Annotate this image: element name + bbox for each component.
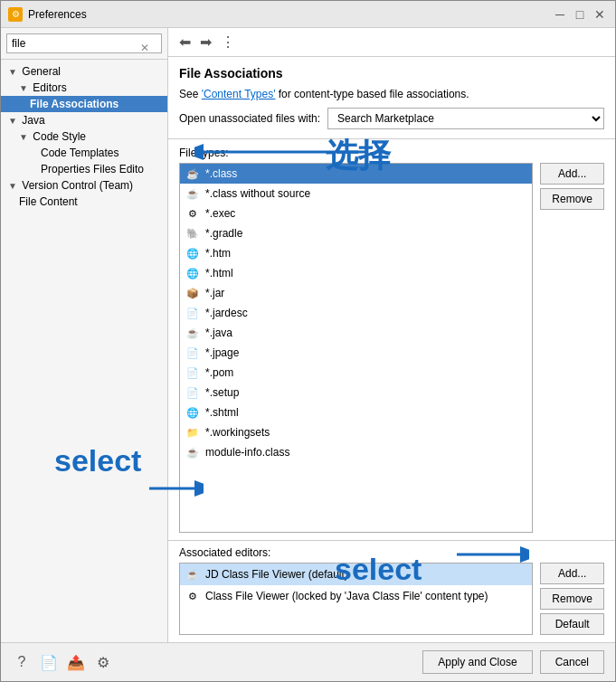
file-list-item[interactable]: 🌐 *.shtml [180, 403, 532, 422]
export-icon[interactable]: 📤 [66, 652, 86, 672]
back-button[interactable]: ⬅ [175, 32, 194, 52]
restore-defaults-icon[interactable]: 📄 [39, 652, 59, 672]
file-list-item[interactable]: 📁 *.workingsets [180, 422, 532, 442]
editor-name: JD Class File Viewer (default) [205, 568, 348, 581]
tree-item-file-associations[interactable]: File Associations [1, 96, 167, 112]
file-type-name: *.jar [205, 287, 224, 299]
file-list-item[interactable]: 📄 *.pom [180, 363, 532, 383]
default-editor-button[interactable]: Default [540, 613, 604, 635]
search-bar: ✕ [1, 28, 167, 60]
file-list-item[interactable]: 📄 *.setup [180, 383, 532, 403]
expand-icon: ▼ [19, 132, 30, 142]
file-type-icon: 📁 [185, 425, 200, 440]
file-type-name: *.jpage [205, 346, 239, 359]
description-text: See 'Content Types' for content-type bas… [179, 88, 604, 100]
right-header: File Associations See 'Content Types' fo… [168, 57, 615, 139]
associated-editor-buttons: Add... Remove Default [540, 563, 604, 635]
file-type-name: *.gradle [205, 227, 242, 240]
description-post: for content-type based file associations… [275, 88, 469, 100]
file-types-area: ☕ *.class ☕ *.class without source ⚙ *.e… [179, 163, 604, 533]
left-panel: ✕ ▼ General ▼ Editors File Associations … [1, 28, 168, 642]
settings-icon[interactable]: ⚙ [93, 652, 113, 672]
file-type-icon: 📄 [185, 385, 200, 400]
app-icon: ⚙ [8, 7, 23, 22]
file-type-name: *.shtml [205, 406, 239, 419]
right-panel: ⬅ ➡ ⋮ File Associations See 'Content Typ… [168, 28, 615, 642]
expand-icon: ▼ [19, 83, 30, 93]
file-type-icon: 🐘 [185, 226, 200, 241]
associated-editors-list: ☕ JD Class File Viewer (default) ⚙ Class… [179, 563, 533, 635]
file-list-item[interactable]: ☕ *.class [180, 164, 532, 184]
menu-button[interactable]: ⋮ [217, 32, 239, 52]
apply-close-button[interactable]: Apply and Close [422, 650, 532, 674]
clear-search-icon[interactable]: ✕ [140, 42, 149, 54]
tree-item-version-control[interactable]: ▼ Version Control (Team) [1, 177, 167, 194]
open-with-select[interactable]: Search Marketplace [327, 108, 604, 129]
search-input[interactable] [6, 33, 162, 53]
file-type-name: *.java [205, 327, 232, 339]
file-type-name: *.jardesc [205, 307, 248, 319]
associated-section: Associated editors: ☕ JD Class File View… [168, 540, 615, 642]
file-list-item[interactable]: ☕ module-info.class [180, 442, 532, 462]
file-list-item[interactable]: 🐘 *.gradle [180, 223, 532, 243]
tree-nav: ▼ General ▼ Editors File Associations ▼ … [1, 60, 167, 642]
open-with-row: Open unassociated files with: Search Mar… [179, 108, 604, 129]
file-type-icon: 📦 [185, 286, 200, 300]
file-types-label: File types: [179, 147, 604, 159]
close-button[interactable]: ✕ [592, 6, 608, 23]
search-wrapper: ✕ [6, 33, 162, 53]
file-list-item[interactable]: 📄 *.jardesc [180, 303, 532, 323]
expand-icon: ▼ [8, 116, 19, 126]
associated-label: Associated editors: [179, 541, 604, 563]
file-list-item[interactable]: 🌐 *.html [180, 263, 532, 283]
file-list-item[interactable]: 🌐 *.htm [180, 243, 532, 263]
file-type-icon: 🌐 [185, 246, 200, 260]
file-list-item[interactable]: ☕ *.class without source [180, 184, 532, 204]
file-type-name: *.htm [205, 247, 231, 260]
editor-name: Class File Viewer (locked by 'Java Class… [205, 590, 488, 602]
file-type-icon: ☕ [185, 186, 200, 201]
bottom-left-icons: ? 📄 📤 ⚙ [12, 652, 415, 672]
file-type-icon: ☕ [185, 326, 200, 340]
tree-item-java[interactable]: ▼ Java [1, 112, 167, 128]
file-type-icon: ⚙ [185, 206, 200, 221]
editor-icon: ⚙ [185, 589, 200, 603]
tree-item-code-templates[interactable]: Code Templates [1, 145, 167, 161]
associated-editor-item[interactable]: ⚙ Class File Viewer (locked by 'Java Cla… [180, 585, 532, 607]
add-file-type-button[interactable]: Add... [540, 163, 604, 185]
tree-item-properties-files[interactable]: Properties Files Edito [1, 161, 167, 177]
file-type-name: *.workingsets [205, 426, 270, 439]
file-type-name: *.exec [205, 207, 235, 220]
file-type-buttons: Add... Remove [540, 163, 604, 533]
forward-button[interactable]: ➡ [196, 32, 215, 52]
file-list: ☕ *.class ☕ *.class without source ⚙ *.e… [179, 163, 533, 533]
tree-item-general[interactable]: ▼ General [1, 63, 167, 80]
remove-file-type-button[interactable]: Remove [540, 188, 604, 210]
tree-item-file-content[interactable]: File Content [1, 194, 167, 210]
add-editor-button[interactable]: Add... [540, 563, 604, 584]
maximize-button[interactable]: □ [572, 6, 588, 23]
help-icon[interactable]: ? [12, 652, 32, 672]
content-types-link[interactable]: 'Content Types' [202, 88, 276, 100]
file-list-item[interactable]: ⚙ *.exec [180, 204, 532, 223]
minimize-button[interactable]: ─ [552, 6, 568, 23]
file-type-icon: 📄 [185, 306, 200, 320]
file-type-icon: ☕ [185, 166, 200, 181]
file-type-name: *.class without source [205, 187, 310, 200]
associated-area: ☕ JD Class File Viewer (default) ⚙ Class… [179, 563, 604, 635]
cancel-button[interactable]: Cancel [540, 650, 604, 674]
expand-icon: ▼ [8, 67, 19, 77]
file-list-item[interactable]: 📄 *.jpage [180, 343, 532, 363]
file-type-name: *.setup [205, 386, 239, 399]
title-controls: ─ □ ✕ [552, 6, 608, 23]
remove-editor-button[interactable]: Remove [540, 588, 604, 610]
description-pre: See [179, 88, 202, 100]
main-content: ✕ ▼ General ▼ Editors File Associations … [1, 28, 615, 642]
tree-item-editors[interactable]: ▼ Editors [1, 80, 167, 96]
file-type-icon: 🌐 [185, 266, 200, 280]
expand-icon: ▼ [8, 181, 19, 191]
file-list-item[interactable]: ☕ *.java [180, 323, 532, 343]
associated-editor-item[interactable]: ☕ JD Class File Viewer (default) [180, 564, 532, 585]
tree-item-code-style[interactable]: ▼ Code Style [1, 128, 167, 145]
file-list-item[interactable]: 📦 *.jar [180, 283, 532, 303]
